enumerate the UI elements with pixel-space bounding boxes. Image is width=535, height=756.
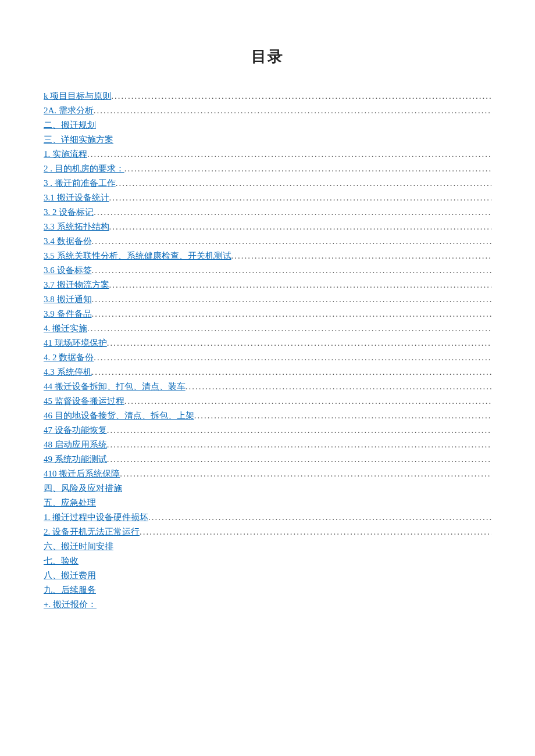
- toc-row: 4. 搬迁实施: [44, 321, 491, 335]
- toc-leader-dots: [113, 539, 491, 553]
- toc-row: 3.6 设备标签: [44, 263, 491, 277]
- toc-row: +. 搬迁报价：: [44, 597, 491, 611]
- toc-link[interactable]: 44 搬迁设备拆卸、打包、清点、装车: [44, 379, 186, 393]
- toc-row: 47 设备功能恢复: [44, 423, 491, 437]
- toc-row: 五、应急处理: [44, 496, 491, 510]
- toc-link[interactable]: 3.9 备件备品: [44, 307, 92, 321]
- toc-row: 3.4 数据备份: [44, 234, 491, 248]
- toc-link[interactable]: 1. 搬迁过程中设备硬件损坏: [44, 510, 148, 524]
- toc-leader-dots: [124, 162, 491, 175]
- toc-leader-dots: [97, 597, 491, 611]
- toc-link[interactable]: 3.5 系统关联性分析、系统健康检查、开关机测试: [44, 249, 231, 263]
- toc-leader-dots: [231, 249, 492, 263]
- toc-row: 44 搬迁设备拆卸、打包、清点、装车: [44, 379, 491, 393]
- toc-link[interactable]: 3.3 系统拓扑结构: [44, 220, 109, 234]
- toc-row: 九、后续服务: [44, 583, 491, 597]
- toc-link[interactable]: 八、搬迁费用: [44, 568, 96, 582]
- toc-link[interactable]: 3. 2 设备标记: [44, 205, 94, 219]
- toc-link[interactable]: 4.3 系统停机: [44, 365, 92, 379]
- toc-link[interactable]: 48 启动应用系统: [44, 438, 107, 452]
- toc-row: 六、搬迁时间安排: [44, 539, 491, 553]
- toc-row: 41 现场环境保护: [44, 336, 491, 350]
- toc-link[interactable]: 二、搬迁规划: [44, 118, 96, 132]
- toc-link[interactable]: 47 设备功能恢复: [44, 423, 107, 437]
- toc-row: 3.8 搬迁通知: [44, 292, 491, 306]
- toc-leader-dots: [87, 321, 491, 335]
- toc-leader-dots: [194, 409, 491, 422]
- toc-leader-dots: [109, 278, 492, 292]
- toc-row: 3 . 搬迁前准备工作: [44, 176, 491, 190]
- toc-row: 45 监督设备搬运过程: [44, 394, 491, 408]
- toc-link[interactable]: k 项目目标与原则: [44, 89, 111, 103]
- toc-row: 三、详细实施方案: [44, 132, 491, 146]
- toc-link[interactable]: 410 搬迁后系统保障: [44, 467, 120, 481]
- toc-row: 3.3 系统拓扑结构: [44, 220, 491, 234]
- toc-link[interactable]: 七、验收: [44, 554, 79, 568]
- toc-row: 3.7 搬迁物流方案: [44, 278, 491, 292]
- toc-link[interactable]: 2 . 目的机房的要求：: [44, 162, 124, 175]
- toc-leader-dots: [109, 220, 492, 234]
- toc-row: 4. 2 数据备份: [44, 350, 491, 364]
- toc-link[interactable]: 四、风险及应对措施: [44, 481, 122, 495]
- page-title: 目录: [44, 46, 491, 67]
- toc-link[interactable]: 4. 2 数据备份: [44, 350, 94, 364]
- toc-link[interactable]: 3.7 搬迁物流方案: [44, 278, 109, 292]
- toc-link[interactable]: 3.1 搬迁设备统计: [44, 191, 109, 205]
- toc-leader-dots: [140, 525, 491, 539]
- toc-leader-dots: [79, 554, 491, 568]
- toc-leader-dots: [107, 423, 491, 437]
- toc-link[interactable]: 2. 设备开机无法正常运行: [44, 525, 140, 539]
- toc-leader-dots: [96, 583, 491, 597]
- toc-link[interactable]: 49 系统功能测试: [44, 452, 107, 466]
- toc-link[interactable]: 2A. 需求分析: [44, 103, 94, 117]
- toc-leader-dots: [107, 336, 491, 350]
- toc-leader-dots: [94, 103, 491, 117]
- toc-leader-dots: [92, 307, 492, 321]
- toc-row: 3. 2 设备标记: [44, 205, 491, 219]
- toc-row: 4.3 系统停机: [44, 365, 491, 379]
- toc-row: 410 搬迁后系统保障: [44, 467, 491, 481]
- toc-row: 3.1 搬迁设备统计: [44, 191, 491, 205]
- toc-link[interactable]: +. 搬迁报价：: [44, 597, 97, 611]
- toc-link[interactable]: 3.4 数据备份: [44, 234, 92, 248]
- toc-row: 2. 设备开机无法正常运行: [44, 525, 491, 539]
- toc-link[interactable]: 41 现场环境保护: [44, 336, 107, 350]
- toc-leader-dots: [120, 467, 491, 481]
- toc-leader-dots: [107, 438, 491, 452]
- toc-link[interactable]: 五、应急处理: [44, 496, 96, 510]
- toc-leader-dots: [186, 379, 491, 393]
- toc-row: 1. 实施流程: [44, 147, 491, 161]
- toc-row: 3.9 备件备品: [44, 307, 491, 321]
- toc-row: 48 启动应用系统: [44, 438, 491, 452]
- toc-leader-dots: [107, 452, 491, 466]
- toc-leader-dots: [96, 118, 491, 132]
- toc-leader-dots: [124, 394, 491, 408]
- toc-leader-dots: [122, 481, 491, 495]
- toc-leader-dots: [87, 147, 491, 161]
- toc-link[interactable]: 三、详细实施方案: [44, 132, 113, 146]
- toc-link[interactable]: 3.6 设备标签: [44, 263, 92, 277]
- toc-link[interactable]: 4. 搬迁实施: [44, 321, 87, 335]
- document-page: 目录 k 项目目标与原则2A. 需求分析二、搬迁规划三、详细实施方案1. 实施流…: [0, 0, 535, 756]
- toc-link[interactable]: 3.8 搬迁通知: [44, 292, 92, 306]
- toc-row: 46 目的地设备接货、清点、拆包、上架: [44, 409, 491, 422]
- toc-row: 2A. 需求分析: [44, 103, 491, 117]
- toc-leader-dots: [92, 292, 492, 306]
- toc-row: 2 . 目的机房的要求：: [44, 162, 491, 175]
- toc-row: 二、搬迁规划: [44, 118, 491, 132]
- toc-leader-dots: [111, 89, 491, 103]
- toc-link[interactable]: 45 监督设备搬运过程: [44, 394, 124, 408]
- toc-leader-dots: [94, 205, 491, 219]
- toc-row: k 项目目标与原则: [44, 89, 491, 103]
- toc-leader-dots: [109, 191, 492, 205]
- toc-link[interactable]: 1. 实施流程: [44, 147, 87, 161]
- toc-leader-dots: [92, 234, 492, 248]
- toc-link[interactable]: 3 . 搬迁前准备工作: [44, 176, 116, 190]
- toc-link[interactable]: 九、后续服务: [44, 583, 96, 597]
- toc-link[interactable]: 六、搬迁时间安排: [44, 539, 113, 553]
- toc-row: 1. 搬迁过程中设备硬件损坏: [44, 510, 491, 524]
- toc-link[interactable]: 46 目的地设备接货、清点、拆包、上架: [44, 409, 194, 422]
- toc-leader-dots: [116, 176, 491, 190]
- table-of-contents: k 项目目标与原则2A. 需求分析二、搬迁规划三、详细实施方案1. 实施流程2 …: [44, 89, 491, 611]
- toc-leader-dots: [92, 263, 492, 277]
